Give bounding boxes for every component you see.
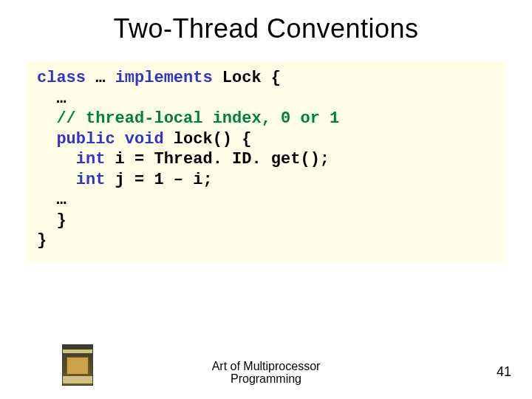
slide-title: Two-Thread Conventions (0, 0, 532, 44)
code-text: … (37, 89, 66, 108)
code-kw-implements: implements (115, 69, 213, 87)
footer-line-2: Programming (231, 372, 301, 385)
footer-line-1: Art of Multiprocessor (212, 360, 321, 372)
code-text: } (37, 211, 66, 230)
slide: Two-Thread Conventions class … implement… (0, 0, 532, 399)
code-kw-int: int (37, 150, 105, 168)
code-kw-int: int (37, 171, 105, 189)
code-kw-class: class (37, 69, 86, 87)
code-text: j = 1 – i; (105, 171, 212, 189)
code-text: … (86, 69, 115, 87)
code-text: Lock { (213, 69, 281, 87)
code-text: lock() { (164, 130, 252, 149)
code-kw-public-void: public void (37, 130, 164, 149)
book-band (63, 349, 92, 353)
code-block: class … implements Lock { … // thread-lo… (27, 61, 505, 262)
code-text: } (37, 231, 47, 250)
code-text: … (37, 191, 66, 209)
page-number: 41 (497, 364, 511, 380)
code-text: i = Thread. ID. get(); (105, 150, 330, 168)
footer-text: Art of Multiprocessor Programming (0, 360, 532, 386)
code-comment: // thread-local index, 0 or 1 (37, 109, 339, 128)
